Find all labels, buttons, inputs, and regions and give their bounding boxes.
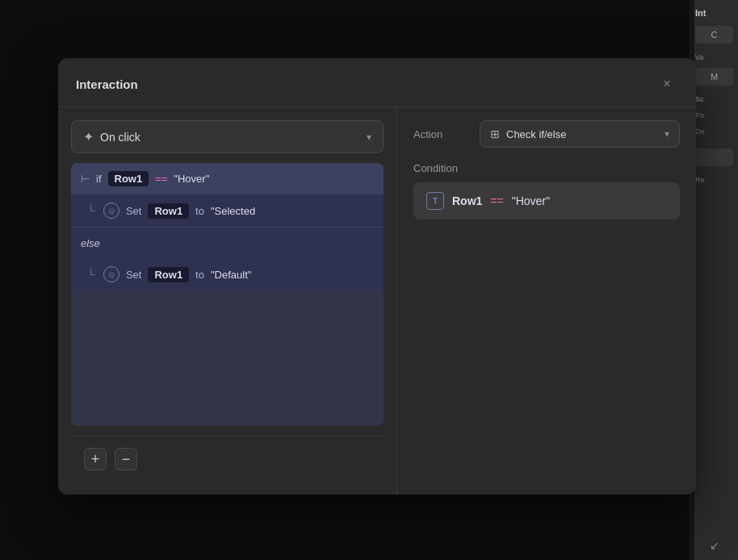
action-dropdown[interactable]: ⊞ Check if/else ▾ (480, 120, 680, 148)
trigger-chevron-icon: ▾ (367, 132, 371, 143)
modal-title: Interaction (76, 77, 138, 91)
right-panel-title: Int (695, 8, 733, 18)
else-set-label: Set (126, 269, 142, 281)
right-panel-item-m[interactable]: M (695, 68, 733, 86)
left-column: ✦ On click ▾ ⊢ if Row1 == "Hover" └ (58, 107, 397, 495)
action-chevron-icon: ▾ (665, 128, 669, 140)
condition-section: Condition T Row1 == "Hover" (413, 162, 680, 219)
condition-operator: == (490, 194, 503, 207)
else-var-chip: Row1 (148, 267, 189, 282)
right-panel-label-re: Re (695, 176, 733, 184)
if-label: if (96, 173, 102, 185)
action-section: Action ⊞ Check if/else ▾ (413, 120, 680, 148)
add-button[interactable]: + (84, 448, 107, 470)
action-dropdown-left: ⊞ Check if/else (490, 127, 566, 140)
condition-section-label: Condition (413, 162, 680, 174)
right-side-panel: Int C Va M Sc Po Ov Re ↙ (690, 0, 738, 560)
close-button[interactable]: × (656, 73, 678, 95)
minus-icon: − (122, 452, 131, 466)
modal-footer: + − (71, 436, 384, 482)
check-ifelse-icon: ⊞ (490, 127, 500, 140)
remove-button[interactable]: − (115, 448, 137, 470)
right-panel-label-ov: Ov (695, 127, 733, 136)
branch-icon-if: ⊢ (81, 173, 90, 185)
condition-var: Row1 (452, 194, 482, 207)
action-value: Check if/else (506, 128, 566, 140)
close-icon: × (663, 77, 670, 91)
right-panel-item-check[interactable] (695, 148, 733, 166)
else-label: else (81, 237, 100, 249)
right-panel-item-c[interactable]: C (695, 26, 733, 44)
interaction-modal: Interaction × ✦ On click ▾ ⊢ (58, 58, 696, 495)
action-icon-else: ⊙ (103, 266, 120, 282)
right-panel-label-sc: Sc (695, 95, 733, 103)
modal-body: ✦ On click ▾ ⊢ if Row1 == "Hover" └ (58, 107, 696, 495)
condition-value: "Hover" (512, 194, 550, 207)
right-panel-label-va: Va (695, 53, 733, 61)
if-value: "Hover" (174, 173, 209, 185)
if-var-chip: Row1 (108, 171, 149, 186)
trigger-label: On click (100, 131, 140, 144)
else-value: "Default" (211, 269, 251, 281)
trigger-icon: ✦ (83, 129, 94, 144)
trigger-dropdown[interactable]: ✦ On click ▾ (71, 120, 384, 153)
if-operator: == (155, 173, 167, 185)
then-var-chip: Row1 (148, 203, 189, 219)
right-panel-arrow[interactable]: ↙ (695, 539, 733, 552)
action-section-label: Action (413, 128, 470, 140)
else-row: else (71, 227, 384, 258)
if-row[interactable]: ⊢ if Row1 == "Hover" (71, 163, 384, 194)
then-to-label: to (195, 205, 204, 217)
then-value: "Selected (211, 205, 255, 217)
plus-icon: + (91, 452, 100, 466)
right-panel-label-po: Po (695, 111, 733, 119)
action-icon-then: ⊙ (103, 203, 120, 219)
condition-tree: ⊢ if Row1 == "Hover" └ ⊙ Set Row1 to "Se… (71, 163, 384, 426)
right-column: Action ⊞ Check if/else ▾ Condition T Row… (397, 107, 696, 495)
else-action-row[interactable]: └ ⊙ Set Row1 to "Default" (71, 258, 384, 290)
modal-header: Interaction × (58, 58, 696, 107)
branch-icon-then: └ (87, 204, 95, 217)
text-type-icon: T (426, 192, 444, 210)
condition-chip[interactable]: T Row1 == "Hover" (413, 182, 680, 219)
branch-icon-else: └ (87, 268, 95, 281)
else-to-label: to (195, 269, 204, 281)
then-action-row[interactable]: └ ⊙ Set Row1 to "Selected (71, 194, 384, 227)
then-set-label: Set (126, 205, 142, 217)
trigger-dropdown-left: ✦ On click (83, 129, 140, 144)
